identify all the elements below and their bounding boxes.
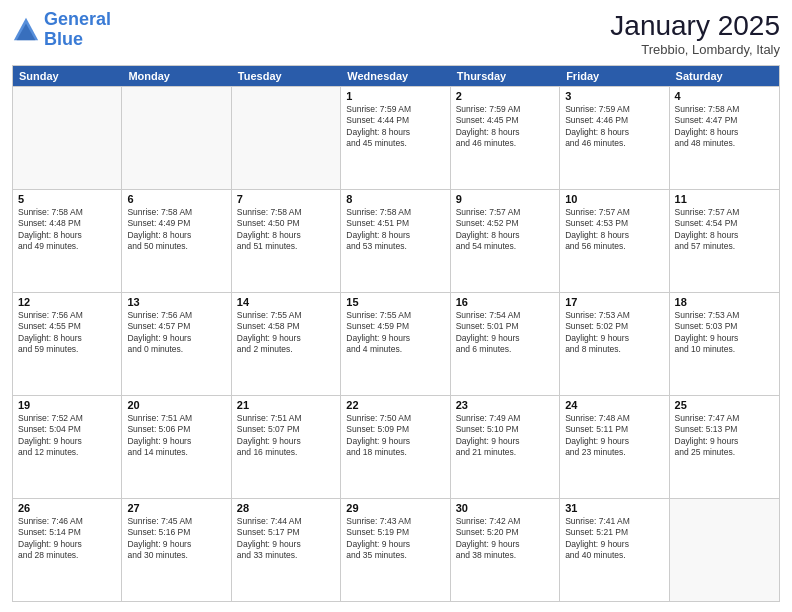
- day-number: 3: [565, 90, 663, 102]
- calendar-cell: 2Sunrise: 7:59 AM Sunset: 4:45 PM Daylig…: [451, 87, 560, 189]
- cell-info: Sunrise: 7:57 AM Sunset: 4:53 PM Dayligh…: [565, 207, 663, 253]
- day-number: 12: [18, 296, 116, 308]
- day-number: 10: [565, 193, 663, 205]
- day-header: Thursday: [451, 66, 560, 86]
- day-number: 5: [18, 193, 116, 205]
- logo-icon: [12, 16, 40, 44]
- day-header: Friday: [560, 66, 669, 86]
- cell-info: Sunrise: 7:51 AM Sunset: 5:06 PM Dayligh…: [127, 413, 225, 459]
- calendar-cell: 21Sunrise: 7:51 AM Sunset: 5:07 PM Dayli…: [232, 396, 341, 498]
- cell-info: Sunrise: 7:59 AM Sunset: 4:46 PM Dayligh…: [565, 104, 663, 150]
- calendar-cell: 7Sunrise: 7:58 AM Sunset: 4:50 PM Daylig…: [232, 190, 341, 292]
- cell-info: Sunrise: 7:43 AM Sunset: 5:19 PM Dayligh…: [346, 516, 444, 562]
- calendar-cell: 20Sunrise: 7:51 AM Sunset: 5:06 PM Dayli…: [122, 396, 231, 498]
- calendar-row: 26Sunrise: 7:46 AM Sunset: 5:14 PM Dayli…: [13, 498, 779, 601]
- calendar-cell: 15Sunrise: 7:55 AM Sunset: 4:59 PM Dayli…: [341, 293, 450, 395]
- calendar-cell: 17Sunrise: 7:53 AM Sunset: 5:02 PM Dayli…: [560, 293, 669, 395]
- location: Trebbio, Lombardy, Italy: [610, 42, 780, 57]
- day-number: 24: [565, 399, 663, 411]
- cell-info: Sunrise: 7:48 AM Sunset: 5:11 PM Dayligh…: [565, 413, 663, 459]
- cell-info: Sunrise: 7:53 AM Sunset: 5:02 PM Dayligh…: [565, 310, 663, 356]
- cell-info: Sunrise: 7:49 AM Sunset: 5:10 PM Dayligh…: [456, 413, 554, 459]
- calendar: SundayMondayTuesdayWednesdayThursdayFrid…: [12, 65, 780, 602]
- calendar-cell: 1Sunrise: 7:59 AM Sunset: 4:44 PM Daylig…: [341, 87, 450, 189]
- day-number: 16: [456, 296, 554, 308]
- day-number: 8: [346, 193, 444, 205]
- day-header: Wednesday: [341, 66, 450, 86]
- calendar-row: 5Sunrise: 7:58 AM Sunset: 4:48 PM Daylig…: [13, 189, 779, 292]
- cell-info: Sunrise: 7:55 AM Sunset: 4:58 PM Dayligh…: [237, 310, 335, 356]
- day-number: 31: [565, 502, 663, 514]
- calendar-cell: 29Sunrise: 7:43 AM Sunset: 5:19 PM Dayli…: [341, 499, 450, 601]
- logo-text: General Blue: [44, 10, 111, 50]
- day-number: 18: [675, 296, 774, 308]
- cell-info: Sunrise: 7:57 AM Sunset: 4:54 PM Dayligh…: [675, 207, 774, 253]
- calendar-cell: 26Sunrise: 7:46 AM Sunset: 5:14 PM Dayli…: [13, 499, 122, 601]
- cell-info: Sunrise: 7:59 AM Sunset: 4:44 PM Dayligh…: [346, 104, 444, 150]
- day-number: 15: [346, 296, 444, 308]
- calendar-cell: 6Sunrise: 7:58 AM Sunset: 4:49 PM Daylig…: [122, 190, 231, 292]
- cell-info: Sunrise: 7:58 AM Sunset: 4:50 PM Dayligh…: [237, 207, 335, 253]
- calendar-cell: 30Sunrise: 7:42 AM Sunset: 5:20 PM Dayli…: [451, 499, 560, 601]
- day-number: 13: [127, 296, 225, 308]
- calendar-cell: [670, 499, 779, 601]
- calendar-cell: 31Sunrise: 7:41 AM Sunset: 5:21 PM Dayli…: [560, 499, 669, 601]
- cell-info: Sunrise: 7:52 AM Sunset: 5:04 PM Dayligh…: [18, 413, 116, 459]
- day-number: 29: [346, 502, 444, 514]
- calendar-cell: [232, 87, 341, 189]
- day-number: 1: [346, 90, 444, 102]
- month-title: January 2025: [610, 10, 780, 42]
- calendar-body: 1Sunrise: 7:59 AM Sunset: 4:44 PM Daylig…: [13, 86, 779, 601]
- calendar-cell: 24Sunrise: 7:48 AM Sunset: 5:11 PM Dayli…: [560, 396, 669, 498]
- calendar-cell: 3Sunrise: 7:59 AM Sunset: 4:46 PM Daylig…: [560, 87, 669, 189]
- calendar-cell: 28Sunrise: 7:44 AM Sunset: 5:17 PM Dayli…: [232, 499, 341, 601]
- day-number: 30: [456, 502, 554, 514]
- day-number: 19: [18, 399, 116, 411]
- day-number: 14: [237, 296, 335, 308]
- calendar-cell: 22Sunrise: 7:50 AM Sunset: 5:09 PM Dayli…: [341, 396, 450, 498]
- cell-info: Sunrise: 7:50 AM Sunset: 5:09 PM Dayligh…: [346, 413, 444, 459]
- calendar-cell: 14Sunrise: 7:55 AM Sunset: 4:58 PM Dayli…: [232, 293, 341, 395]
- cell-info: Sunrise: 7:56 AM Sunset: 4:55 PM Dayligh…: [18, 310, 116, 356]
- calendar-row: 12Sunrise: 7:56 AM Sunset: 4:55 PM Dayli…: [13, 292, 779, 395]
- cell-info: Sunrise: 7:56 AM Sunset: 4:57 PM Dayligh…: [127, 310, 225, 356]
- calendar-row: 19Sunrise: 7:52 AM Sunset: 5:04 PM Dayli…: [13, 395, 779, 498]
- day-number: 11: [675, 193, 774, 205]
- day-number: 7: [237, 193, 335, 205]
- cell-info: Sunrise: 7:57 AM Sunset: 4:52 PM Dayligh…: [456, 207, 554, 253]
- calendar-cell: [13, 87, 122, 189]
- day-number: 9: [456, 193, 554, 205]
- cell-info: Sunrise: 7:41 AM Sunset: 5:21 PM Dayligh…: [565, 516, 663, 562]
- logo: General Blue: [12, 10, 111, 50]
- day-headers: SundayMondayTuesdayWednesdayThursdayFrid…: [13, 66, 779, 86]
- day-header: Tuesday: [232, 66, 341, 86]
- page: General Blue January 2025 Trebbio, Lomba…: [0, 0, 792, 612]
- cell-info: Sunrise: 7:44 AM Sunset: 5:17 PM Dayligh…: [237, 516, 335, 562]
- calendar-cell: 16Sunrise: 7:54 AM Sunset: 5:01 PM Dayli…: [451, 293, 560, 395]
- day-number: 23: [456, 399, 554, 411]
- cell-info: Sunrise: 7:53 AM Sunset: 5:03 PM Dayligh…: [675, 310, 774, 356]
- cell-info: Sunrise: 7:45 AM Sunset: 5:16 PM Dayligh…: [127, 516, 225, 562]
- calendar-cell: 13Sunrise: 7:56 AM Sunset: 4:57 PM Dayli…: [122, 293, 231, 395]
- cell-info: Sunrise: 7:46 AM Sunset: 5:14 PM Dayligh…: [18, 516, 116, 562]
- calendar-cell: 19Sunrise: 7:52 AM Sunset: 5:04 PM Dayli…: [13, 396, 122, 498]
- day-number: 17: [565, 296, 663, 308]
- calendar-cell: 27Sunrise: 7:45 AM Sunset: 5:16 PM Dayli…: [122, 499, 231, 601]
- cell-info: Sunrise: 7:59 AM Sunset: 4:45 PM Dayligh…: [456, 104, 554, 150]
- day-number: 27: [127, 502, 225, 514]
- calendar-cell: 12Sunrise: 7:56 AM Sunset: 4:55 PM Dayli…: [13, 293, 122, 395]
- title-block: January 2025 Trebbio, Lombardy, Italy: [610, 10, 780, 57]
- cell-info: Sunrise: 7:55 AM Sunset: 4:59 PM Dayligh…: [346, 310, 444, 356]
- calendar-cell: 9Sunrise: 7:57 AM Sunset: 4:52 PM Daylig…: [451, 190, 560, 292]
- calendar-cell: 5Sunrise: 7:58 AM Sunset: 4:48 PM Daylig…: [13, 190, 122, 292]
- day-number: 26: [18, 502, 116, 514]
- calendar-cell: 23Sunrise: 7:49 AM Sunset: 5:10 PM Dayli…: [451, 396, 560, 498]
- cell-info: Sunrise: 7:42 AM Sunset: 5:20 PM Dayligh…: [456, 516, 554, 562]
- day-header: Sunday: [13, 66, 122, 86]
- header: General Blue January 2025 Trebbio, Lomba…: [12, 10, 780, 57]
- calendar-row: 1Sunrise: 7:59 AM Sunset: 4:44 PM Daylig…: [13, 86, 779, 189]
- cell-info: Sunrise: 7:58 AM Sunset: 4:51 PM Dayligh…: [346, 207, 444, 253]
- cell-info: Sunrise: 7:51 AM Sunset: 5:07 PM Dayligh…: [237, 413, 335, 459]
- calendar-cell: 10Sunrise: 7:57 AM Sunset: 4:53 PM Dayli…: [560, 190, 669, 292]
- day-number: 2: [456, 90, 554, 102]
